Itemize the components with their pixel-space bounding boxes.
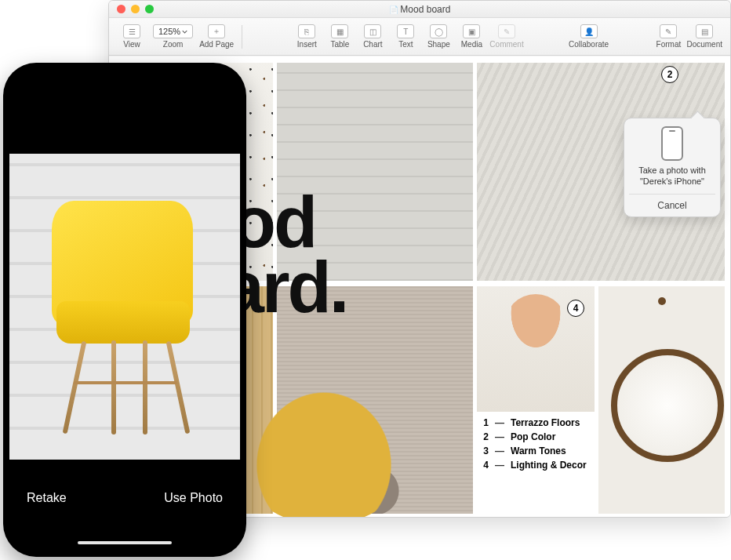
camera-viewfinder[interactable] (9, 154, 240, 460)
add-page-button[interactable]: ＋ Add Page (199, 24, 234, 49)
close-button[interactable] (117, 5, 125, 13)
shape-button[interactable]: ◯ Shape (424, 24, 453, 49)
add-page-icon: ＋ (208, 24, 225, 38)
retake-button[interactable]: Retake (27, 491, 67, 505)
legend-row: 3—Warm Tones (479, 444, 587, 458)
toolbar: ☰ View 125% Zoom ＋ Add Page ⎘ Insert ▦ T… (109, 18, 730, 56)
view-button[interactable]: ☰ View (117, 24, 147, 49)
table-icon: ▦ (331, 24, 348, 38)
iphone-notch (74, 69, 176, 88)
document-icon: ▤ (696, 24, 713, 38)
table-button[interactable]: ▦ Table (325, 24, 355, 49)
callout-4[interactable]: 4 (567, 300, 584, 317)
iphone-icon (661, 126, 683, 161)
chart-icon: ◫ (364, 24, 381, 38)
popover-text: Take a photo with "Derek's iPhone" (629, 165, 715, 194)
format-label: Format (656, 40, 682, 49)
continuity-camera-popover: Take a photo with "Derek's iPhone" Cance… (624, 118, 721, 217)
add-page-label: Add Page (199, 40, 234, 49)
callout-2[interactable]: 2 (661, 66, 678, 83)
zoom-label: Zoom (163, 40, 184, 49)
media-button[interactable]: ▣ Media (456, 24, 486, 49)
chart-label: Chart (363, 40, 382, 49)
home-indicator[interactable] (78, 541, 172, 544)
text-icon: T (397, 24, 414, 38)
comment-label: Comment (489, 40, 523, 49)
chevron-down-icon (182, 29, 187, 35)
minimize-button[interactable] (131, 5, 140, 13)
legend-row: 4—Lighting & Decor (479, 458, 587, 472)
view-label: View (123, 40, 140, 49)
view-icon: ☰ (123, 24, 140, 38)
iphone-device: Retake Use Photo (3, 63, 246, 557)
window-titlebar[interactable]: Mood board (109, 1, 730, 18)
image-mirror[interactable] (598, 286, 725, 514)
document-button[interactable]: ▤ Document (686, 24, 722, 49)
format-icon: ✎ (660, 24, 677, 38)
chart-button[interactable]: ◫ Chart (358, 24, 387, 49)
insert-icon: ⎘ (298, 24, 315, 38)
document-title: Mood board (109, 4, 730, 15)
collaborate-button[interactable]: 👤 Collaborate (569, 24, 609, 49)
camera-bottom-bar: Retake Use Photo (9, 460, 240, 551)
table-label: Table (330, 40, 349, 49)
insert-button[interactable]: ⎘ Insert (292, 24, 322, 49)
format-button[interactable]: ✎ Format (653, 24, 683, 49)
document-label: Document (686, 40, 722, 49)
comment-icon: ✎ (498, 24, 515, 38)
collaborate-label: Collaborate (569, 40, 609, 49)
media-icon: ▣ (463, 24, 480, 38)
iphone-screen: Retake Use Photo (9, 69, 240, 551)
toolbar-separator (242, 25, 242, 49)
legend-row: 1—Terrazzo Floors (479, 416, 587, 430)
zoom-control[interactable]: 125% Zoom (153, 24, 193, 49)
legend-row: 2—Pop Color (479, 430, 587, 444)
fullscreen-button[interactable] (145, 5, 154, 13)
text-label: Text (398, 40, 413, 49)
window-controls (117, 5, 154, 13)
comment-button: ✎ Comment (489, 24, 523, 49)
cancel-button[interactable]: Cancel (629, 194, 715, 216)
use-photo-button[interactable]: Use Photo (164, 491, 223, 505)
legend[interactable]: 1—Terrazzo Floors 2—Pop Color 3—Warm Ton… (479, 416, 587, 472)
zoom-value: 125% (158, 27, 180, 36)
collaborate-icon: 👤 (580, 24, 598, 38)
shape-icon: ◯ (430, 24, 447, 38)
shape-label: Shape (427, 40, 450, 49)
text-button[interactable]: T Text (391, 24, 420, 49)
insert-label: Insert (297, 40, 317, 49)
media-label: Media (461, 40, 482, 49)
